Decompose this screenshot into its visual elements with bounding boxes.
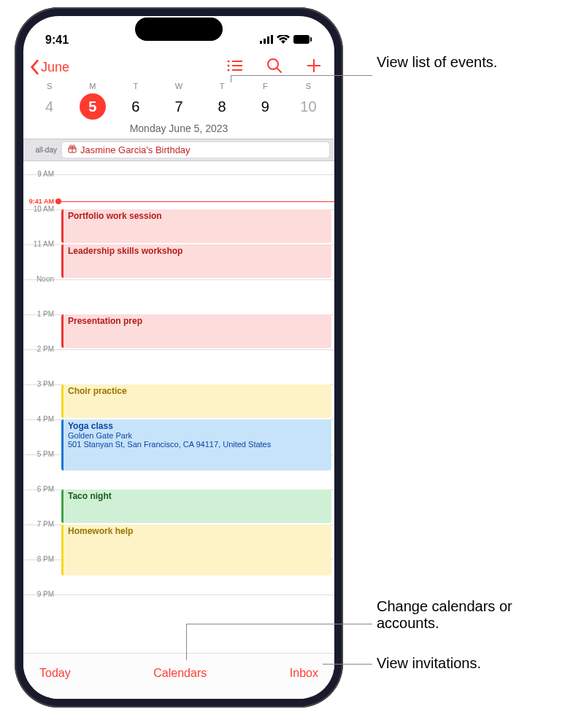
- event-homework[interactable]: Homework help: [61, 524, 331, 576]
- day-col-mon[interactable]: M5: [71, 82, 114, 120]
- svg-rect-5: [310, 37, 312, 42]
- hour-9am: 9 AM: [23, 170, 58, 178]
- day-col-fri[interactable]: F9: [244, 82, 287, 120]
- hour-11am: 11 AM: [23, 240, 58, 248]
- hour-3pm: 3 PM: [23, 380, 58, 388]
- day-col-sat[interactable]: S10: [287, 82, 330, 120]
- callout-calendars: Change calendars or accounts.: [377, 598, 565, 632]
- notch: [135, 18, 223, 41]
- now-dot: [55, 198, 61, 204]
- callout-line-list-v: [231, 75, 231, 82]
- day-col-sun[interactable]: S4: [28, 82, 71, 120]
- wifi-icon: [277, 34, 290, 47]
- event-choir[interactable]: Choir practice: [61, 384, 331, 418]
- back-button[interactable]: June: [29, 59, 69, 75]
- week-row: S4 M5 T6 W7 T8 F9 S10: [23, 82, 334, 120]
- hour-10am: 10 AM: [23, 205, 58, 213]
- now-line: 9:41 AM: [23, 198, 334, 205]
- header: June: [23, 53, 334, 82]
- hour-1pm: 1 PM: [23, 310, 58, 318]
- status-right: [260, 34, 312, 47]
- event-taco[interactable]: Taco night: [61, 489, 331, 523]
- callout-line-cal-v: [186, 624, 187, 660]
- svg-rect-4: [293, 35, 310, 44]
- hour-2pm: 2 PM: [23, 345, 58, 353]
- allday-event[interactable]: Jasmine Garcia's Birthday: [61, 142, 330, 158]
- event-portfolio[interactable]: Portfolio work session: [61, 209, 331, 243]
- day-col-tue[interactable]: T6: [114, 82, 157, 120]
- svg-point-8: [228, 69, 230, 71]
- battery-icon: [293, 34, 312, 47]
- date-label: Monday June 5, 2023: [23, 120, 334, 139]
- svg-point-6: [228, 61, 230, 63]
- bottom-bar: Today Calendars Inbox: [23, 653, 334, 699]
- back-label: June: [41, 60, 69, 75]
- calendars-button[interactable]: Calendars: [153, 667, 207, 680]
- header-icons: [226, 57, 323, 77]
- svg-point-19: [70, 145, 72, 147]
- day-col-wed[interactable]: W7: [157, 82, 200, 120]
- callout-line-cal-h: [186, 624, 372, 624]
- callout-line-list-h: [231, 75, 372, 76]
- hour-4pm: 4 PM: [23, 415, 58, 423]
- search-icon[interactable]: [266, 57, 283, 77]
- svg-line-13: [277, 68, 281, 72]
- callout-line-inbox-h: [323, 664, 372, 665]
- status-time: 9:41: [45, 34, 69, 47]
- callout-inbox: View invitations.: [377, 655, 481, 672]
- add-icon[interactable]: [305, 57, 323, 77]
- schedule[interactable]: 9 AM 10 AM 11 AM Noon 1 PM 2 PM 3 PM 4 P…: [23, 161, 334, 653]
- hour-6pm: 6 PM: [23, 485, 58, 493]
- now-label: 9:41 AM: [23, 198, 55, 205]
- event-presentation[interactable]: Presentation prep: [61, 314, 331, 348]
- phone-frame: 9:41 June S4 M5 T6 W7 T8 F9: [15, 7, 343, 708]
- chevron-left-icon: [29, 59, 39, 75]
- today-button[interactable]: Today: [39, 667, 71, 680]
- hour-7pm: 7 PM: [23, 520, 58, 528]
- hour-9pm: 9 PM: [23, 590, 58, 598]
- signal-icon: [260, 34, 273, 47]
- hour-noon: Noon: [23, 275, 58, 283]
- svg-rect-0: [260, 41, 262, 44]
- svg-rect-1: [264, 39, 266, 44]
- phone-screen: 9:41 June S4 M5 T6 W7 T8 F9: [23, 16, 334, 699]
- svg-rect-3: [271, 35, 273, 44]
- day-col-thu[interactable]: T8: [201, 82, 244, 120]
- time-grid: 9 AM 10 AM 11 AM Noon 1 PM 2 PM 3 PM 4 P…: [23, 161, 334, 630]
- allday-row: all-day Jasmine Garcia's Birthday: [23, 139, 334, 161]
- allday-event-title: Jasmine Garcia's Birthday: [80, 144, 191, 155]
- hour-5pm: 5 PM: [23, 450, 58, 458]
- svg-rect-2: [267, 36, 269, 44]
- allday-label: all-day: [28, 146, 57, 154]
- svg-point-7: [228, 65, 230, 67]
- svg-point-20: [73, 145, 75, 147]
- now-bar: [61, 201, 334, 202]
- hour-8pm: 8 PM: [23, 555, 58, 563]
- list-icon[interactable]: [226, 57, 244, 77]
- gift-icon: [68, 144, 77, 155]
- inbox-button[interactable]: Inbox: [290, 667, 318, 680]
- event-leadership[interactable]: Leadership skills workshop: [61, 244, 331, 278]
- event-yoga[interactable]: Yoga class Golden Gate Park 501 Stanyan …: [61, 419, 331, 471]
- callout-list: View list of events.: [377, 54, 497, 71]
